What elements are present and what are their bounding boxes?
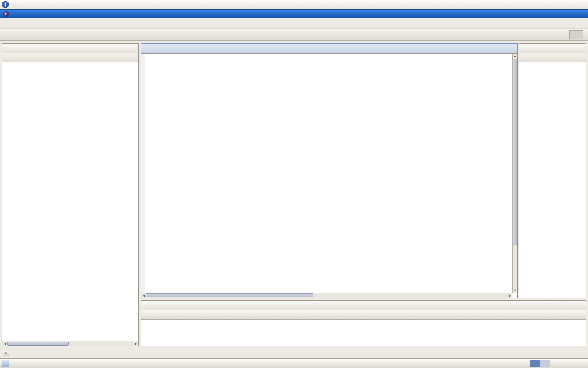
volume-icon[interactable] <box>578 1 584 8</box>
panel-status-area <box>569 1 586 8</box>
cursor-position-status <box>408 349 456 357</box>
outline-tree <box>519 62 586 298</box>
outline-tabs <box>519 44 586 53</box>
folding-column[interactable] <box>146 54 151 293</box>
window-list-taskbar <box>0 358 588 368</box>
show-desktop-button[interactable] <box>2 360 9 367</box>
project-tree <box>2 62 138 341</box>
scroll-down-icon[interactable]: ▼ <box>513 288 517 293</box>
outline-view <box>519 43 586 298</box>
servers-table-body <box>141 320 586 346</box>
main-toolbar <box>0 29 588 41</box>
editor-stack: ▲ ▼ ◀ ▶ <box>141 43 518 298</box>
bottom-tabs <box>141 301 586 310</box>
insert-mode-status[interactable] <box>357 349 408 357</box>
scroll-left-icon[interactable]: ◀ <box>2 341 7 346</box>
editor-left-ruler[interactable] <box>141 54 145 293</box>
workspace-1[interactable] <box>530 360 540 367</box>
java-ee-perspective-button[interactable] <box>569 30 583 39</box>
vscroll-thumb[interactable] <box>513 59 517 245</box>
fedora-menu-icon[interactable]: f <box>2 1 9 8</box>
project-explorer-toolbar <box>2 53 138 62</box>
scroll-right-icon[interactable]: ▶ <box>134 341 138 346</box>
editor-hscrollbar[interactable]: ◀ ▶ <box>141 293 512 298</box>
status-bar: ✎ <box>0 348 588 358</box>
scroll-right-icon[interactable]: ▶ <box>507 293 512 298</box>
perspective-icon <box>572 32 578 37</box>
project-tree-hscrollbar[interactable]: ◀ ▶ <box>2 341 138 346</box>
hscroll-thumb[interactable] <box>7 342 69 346</box>
editor-vscrollbar[interactable]: ▲ ▼ <box>512 54 517 293</box>
scroll-up-icon[interactable]: ▲ <box>513 54 517 59</box>
workspace-2[interactable] <box>540 360 550 367</box>
project-explorer-tabs <box>2 44 138 53</box>
bottom-view-stack <box>141 300 586 346</box>
writable-status <box>308 349 357 357</box>
code-editor[interactable]: ▲ ▼ ◀ ▶ <box>141 54 517 298</box>
servers-view <box>141 310 586 346</box>
menu-bar <box>0 18 588 29</box>
gnome-top-panel: f <box>0 0 588 9</box>
workspace-switcher[interactable] <box>530 360 550 367</box>
code-text[interactable] <box>151 54 512 293</box>
trim-editor-icon[interactable]: ✎ <box>3 351 9 356</box>
hscroll-thumb[interactable] <box>146 293 313 297</box>
editor-tabs <box>141 44 517 54</box>
workarea: ◀ ▶ ▲ ▼ <box>0 41 588 348</box>
statusbar-divider <box>456 349 462 357</box>
eclipse-window-icon: e <box>3 11 9 17</box>
perspective-bar <box>560 30 586 39</box>
servers-table-header <box>141 310 586 320</box>
scroll-left-icon[interactable]: ◀ <box>141 293 146 298</box>
open-perspective-button[interactable] <box>560 31 567 38</box>
eclipse-window: e ◀ ▶ <box>0 9 588 358</box>
window-titlebar[interactable]: e <box>0 10 588 18</box>
outline-toolbar <box>519 53 586 62</box>
desktop: f e <box>0 0 588 368</box>
project-explorer-view: ◀ ▶ <box>2 43 139 346</box>
